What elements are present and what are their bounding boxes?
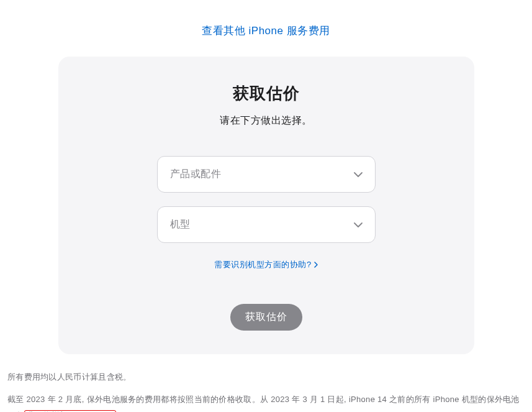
footer: 所有费用均以人民币计算且含税。 截至 2023 年 2 月底, 保外电池服务的费…	[0, 354, 532, 412]
help-link-text: 需要识别机型方面的协助?	[214, 259, 311, 270]
footer-line2: 截至 2023 年 2 月底, 保外电池服务的费用都将按照当前的价格收取。从 2…	[7, 391, 525, 412]
product-select-placeholder: 产品或配件	[170, 168, 222, 181]
top-link-container: 查看其他 iPhone 服务费用	[0, 0, 532, 57]
footer-line1: 所有费用均以人民币计算且含税。	[7, 369, 525, 385]
other-services-link[interactable]: 查看其他 iPhone 服务费用	[202, 25, 330, 37]
get-estimate-button[interactable]: 获取估价	[230, 304, 302, 331]
chevron-down-icon	[354, 172, 363, 177]
estimate-card: 获取估价 请在下方做出选择。 产品或配件 机型 需要识别机型方面的协助? 获取估…	[58, 57, 474, 354]
model-select-placeholder: 机型	[170, 218, 191, 231]
model-select[interactable]: 机型	[157, 206, 376, 243]
help-link[interactable]: 需要识别机型方面的协助?	[214, 259, 317, 270]
card-title: 获取估价	[83, 83, 449, 104]
chevron-right-icon	[314, 262, 318, 268]
chevron-down-icon	[354, 222, 363, 227]
card-subtitle: 请在下方做出选择。	[83, 114, 449, 127]
product-select[interactable]: 产品或配件	[157, 156, 376, 193]
